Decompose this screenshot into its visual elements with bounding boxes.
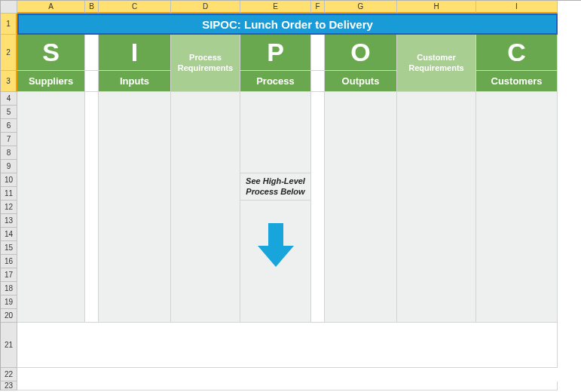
row-header-4[interactable]: 4 xyxy=(1,92,17,106)
gap-cell[interactable] xyxy=(311,71,325,92)
col-header-F[interactable]: F xyxy=(311,1,325,14)
title-cell[interactable]: SIPOC: Lunch Order to Delivery xyxy=(17,14,558,35)
col-header-G[interactable]: G xyxy=(325,1,397,14)
svg-marker-0 xyxy=(258,223,294,267)
row-header-16[interactable]: 16 xyxy=(1,255,17,268)
process-body-bottom[interactable] xyxy=(240,201,311,323)
customers-body[interactable] xyxy=(476,92,558,323)
process-requirements[interactable]: Process Requirements xyxy=(171,35,240,92)
gap-cell[interactable] xyxy=(85,71,99,92)
outputs-label[interactable]: Outputs xyxy=(325,71,397,92)
col-header-B[interactable]: B xyxy=(85,1,99,14)
row-header-23[interactable]: 23 xyxy=(1,381,17,390)
spreadsheet-grid: A B C D E F G H I 1 2 3 4 5 6 7 8 9 10 1… xyxy=(0,0,581,390)
gap-body[interactable] xyxy=(85,92,99,323)
suppliers-body[interactable] xyxy=(17,92,85,323)
process-body-top[interactable] xyxy=(240,92,311,173)
sipoc-s-letter[interactable]: S xyxy=(17,35,85,71)
row-header-19[interactable]: 19 xyxy=(1,296,17,309)
select-all-corner[interactable] xyxy=(1,1,17,14)
row-header-6[interactable]: 6 xyxy=(1,119,17,133)
sipoc-c-letter[interactable]: C xyxy=(476,35,558,71)
col-header-H[interactable]: H xyxy=(397,1,476,14)
gap-body[interactable] xyxy=(311,92,325,323)
row-header-9[interactable]: 9 xyxy=(1,160,17,173)
col-header-A[interactable]: A xyxy=(17,1,85,14)
outputs-body[interactable] xyxy=(325,92,397,323)
row-header-14[interactable]: 14 xyxy=(1,228,17,241)
row-header-10[interactable]: 10 xyxy=(1,173,17,187)
row-header-5[interactable]: 5 xyxy=(1,106,17,119)
row-header-21[interactable]: 21 xyxy=(1,323,17,368)
inputs-label[interactable]: Inputs xyxy=(99,71,171,92)
row-header-17[interactable]: 17 xyxy=(1,268,17,282)
customer-requirements[interactable]: Customer Requirements xyxy=(397,35,476,92)
row-header-18[interactable]: 18 xyxy=(1,282,17,296)
row-header-13[interactable]: 13 xyxy=(1,214,17,228)
down-arrow-icon xyxy=(258,223,294,267)
sipoc-o-letter[interactable]: O xyxy=(325,35,397,71)
inputs-body[interactable] xyxy=(99,92,171,323)
col-header-E[interactable]: E xyxy=(240,1,311,14)
gap-cell[interactable] xyxy=(85,35,99,71)
note-line-2: Process Below xyxy=(246,187,304,196)
row-header-3[interactable]: 3 xyxy=(1,71,17,92)
col-header-I[interactable]: I xyxy=(476,1,558,14)
custreq-body[interactable] xyxy=(397,92,476,323)
customers-label[interactable]: Customers xyxy=(476,71,558,92)
row-header-1[interactable]: 1 xyxy=(1,14,17,35)
row-header-7[interactable]: 7 xyxy=(1,133,17,146)
blank-row[interactable] xyxy=(17,323,558,368)
process-note[interactable]: See High-Level Process Below xyxy=(240,173,311,201)
suppliers-label[interactable]: Suppliers xyxy=(17,71,85,92)
row-header-20[interactable]: 20 xyxy=(1,309,17,323)
col-header-D[interactable]: D xyxy=(171,1,240,14)
row-header-11[interactable]: 11 xyxy=(1,187,17,201)
procreq-body[interactable] xyxy=(171,92,240,323)
note-line-1: See High-Level xyxy=(246,176,305,185)
blank-row[interactable] xyxy=(17,381,558,390)
col-header-C[interactable]: C xyxy=(99,1,171,14)
sipoc-i-letter[interactable]: I xyxy=(99,35,171,71)
row-header-22[interactable]: 22 xyxy=(1,368,17,381)
row-header-12[interactable]: 12 xyxy=(1,201,17,214)
row-header-2[interactable]: 2 xyxy=(1,35,17,71)
sipoc-p-letter[interactable]: P xyxy=(240,35,311,71)
row-header-8[interactable]: 8 xyxy=(1,146,17,160)
process-label[interactable]: Process xyxy=(240,71,311,92)
gap-cell[interactable] xyxy=(311,35,325,71)
row-header-15[interactable]: 15 xyxy=(1,241,17,255)
